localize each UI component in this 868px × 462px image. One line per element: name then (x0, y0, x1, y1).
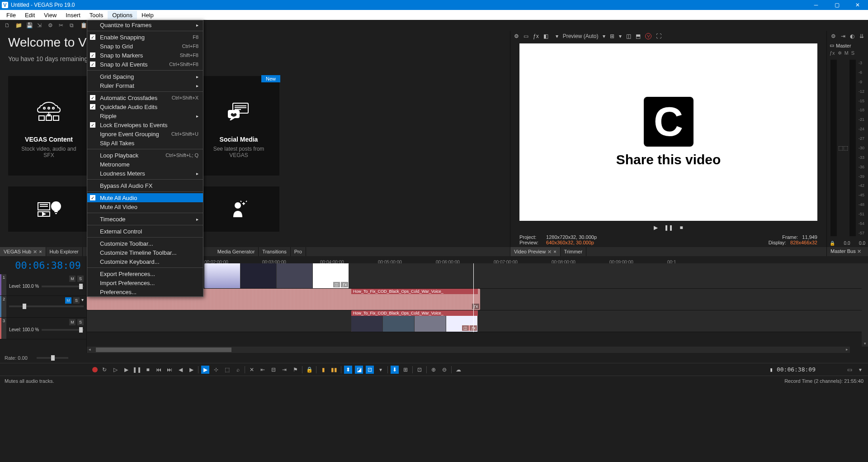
card-vegas-content[interactable]: VEGAS Content Stock video, audio and SFX (8, 76, 90, 176)
tab-master-bus[interactable]: Master Bus ⤫ (827, 247, 868, 256)
dim-icon[interactable]: ◐ (850, 33, 854, 39)
auto-ripple-icon[interactable]: ⬍ (344, 366, 352, 374)
menu-item[interactable]: Loop PlaybackCtrl+Shift+L; Q (87, 151, 203, 160)
menu-item[interactable]: Bypass All Audio FX (87, 181, 203, 190)
grid-icon[interactable]: ⊞ (401, 366, 410, 374)
card-tutorials[interactable] (8, 186, 90, 232)
mute-button[interactable]: M (844, 50, 849, 56)
solo-button[interactable]: S (851, 50, 854, 56)
record-button[interactable] (92, 367, 98, 372)
menu-item[interactable]: Ignore Event GroupingCtrl+Shift+U (87, 129, 203, 138)
video-clip[interactable]: ◫ƒx (204, 263, 349, 288)
delete-icon[interactable]: ✕ (248, 366, 256, 374)
enable-snap-icon[interactable]: ⬇ (391, 366, 399, 374)
lock-icon[interactable]: 🔒 (305, 366, 313, 374)
preview-video[interactable]: C Share this video (519, 43, 817, 221)
split-icon[interactable]: ⊟ (269, 366, 278, 374)
pause-icon[interactable]: ❚❚ (664, 224, 673, 231)
unused-icon[interactable]: ⊖ (440, 366, 448, 374)
snap2-icon[interactable]: ▮▮ (330, 366, 338, 374)
cut-icon[interactable]: ✂ (59, 22, 65, 29)
timeline-body[interactable]: 00:02:00:0000:03:00:0000:04:00:0000:05:0… (87, 256, 868, 353)
solo-button[interactable]: S (73, 297, 80, 304)
play-start-icon[interactable]: ▷ (111, 366, 119, 374)
preview-split-icon[interactable]: ◧ (543, 33, 548, 39)
tab-transitions[interactable]: Transitions (259, 247, 290, 256)
track-lane-1[interactable]: ◫ƒx (87, 263, 868, 289)
layout-icon[interactable]: ▭ (845, 366, 854, 374)
next-frame-icon[interactable]: ▶ (187, 366, 195, 374)
track-slider[interactable] (9, 305, 84, 307)
solo-button[interactable]: S (77, 276, 84, 282)
select-icon[interactable]: ⬚ (223, 366, 231, 374)
lock-icon[interactable]: 🔒 (830, 241, 835, 246)
menu-item[interactable]: External Control (87, 227, 203, 236)
go-start-icon[interactable]: ⏮ (155, 366, 163, 374)
menu-item[interactable]: ✓Quickfade Audio Edits (87, 102, 203, 111)
menu-item[interactable]: ✓Automatic CrossfadesCtrl+Shift+X (87, 93, 203, 102)
video-clip-2[interactable]: How_To_Fix_COD_Black_Ops_Cold_War_Voice_… (351, 310, 478, 332)
track-lane-3[interactable]: How_To_Fix_COD_Black_Ops_Cold_War_Voice_… (87, 310, 868, 332)
go-end-icon[interactable]: ⏭ (165, 366, 174, 374)
auto-crossfade-icon[interactable]: ◪ (355, 366, 363, 374)
card-media-generator[interactable] (198, 186, 279, 232)
menu-item[interactable]: Export Preferences... (87, 269, 203, 278)
pin-icon[interactable]: ⤫ (547, 249, 552, 255)
menu-item[interactable]: Ripple▸ (87, 111, 203, 120)
menu-view[interactable]: View (39, 11, 61, 19)
meter-link-icon[interactable]: ⬚⬚ (838, 60, 849, 236)
more-icon[interactable]: ▾ (377, 366, 385, 374)
chevron-down-icon[interactable]: ▾ (81, 297, 84, 304)
insert-icon[interactable]: ⇥ (841, 33, 845, 39)
menu-item[interactable]: ✓Mute All Audio (87, 193, 203, 202)
prev-frame-icon[interactable]: ◀ (176, 366, 184, 374)
master-fx-icon[interactable]: ƒx (830, 50, 835, 56)
trim-end-icon[interactable]: ⇥ (280, 366, 288, 374)
pause-icon[interactable]: ❚❚ (133, 366, 141, 374)
menu-item[interactable]: Mute All Video (87, 202, 203, 211)
preview-quality[interactable]: Preview (Auto) (563, 33, 599, 39)
menu-insert[interactable]: Insert (61, 11, 85, 19)
menu-item[interactable]: Quantize to Frames▸ (87, 20, 203, 29)
track-slider[interactable] (42, 329, 84, 331)
menu-item[interactable]: Customize Timeline Toolbar... (87, 248, 203, 257)
upload-icon[interactable]: ☁ (454, 366, 462, 374)
copy-icon[interactable]: ⧉ (70, 22, 76, 29)
tab-pro[interactable]: Pro (291, 247, 306, 256)
render-icon[interactable]: ⇲ (37, 22, 43, 29)
menu-item[interactable]: Loudness Meters▸ (87, 169, 203, 178)
menu-item[interactable]: ✓Snap to MarkersShift+F8 (87, 51, 203, 60)
tab-media-generator[interactable]: Media Generator (214, 247, 259, 256)
marker-icon[interactable]: ⚑ (291, 366, 299, 374)
mute-button[interactable]: M (65, 297, 71, 304)
menu-item[interactable]: Slip All Takes (87, 138, 203, 148)
menu-item[interactable]: Customize Toolbar... (87, 239, 203, 248)
gear-icon[interactable]: ⚙ (831, 33, 836, 39)
menu-item[interactable]: Timecode▸ (87, 214, 203, 224)
open-icon[interactable]: 📁 (15, 22, 22, 29)
menu-item[interactable]: ✓Enable SnappingF8 (87, 33, 203, 42)
stop-icon[interactable]: ■ (679, 224, 683, 231)
zoom-icon[interactable]: ⌕ (234, 366, 242, 374)
timeline-v-scrollbar[interactable]: ▾ (862, 267, 868, 347)
preview-props-icon[interactable]: ⚙ (514, 33, 519, 39)
menu-item[interactable]: Snap to GridCtrl+F8 (87, 42, 203, 51)
pin-icon[interactable]: ⤫ (33, 249, 37, 255)
close-icon[interactable]: × (39, 249, 42, 254)
menu-item[interactable]: Metronome (87, 160, 203, 169)
tab-vegas-hub[interactable]: VEGAS Hub ⤫ × (0, 247, 46, 256)
snap-icon[interactable]: ▮ (319, 366, 327, 374)
properties-icon[interactable]: ⚙ (48, 22, 54, 29)
menu-tools[interactable]: Tools (85, 11, 108, 19)
grid-icon[interactable]: ⊞ (610, 33, 614, 39)
maximize-button[interactable]: ▢ (826, 0, 847, 10)
rate-slider[interactable] (37, 357, 68, 359)
new-icon[interactable]: 🗋 (5, 22, 11, 29)
minimize-button[interactable]: ─ (806, 0, 826, 10)
menu-item[interactable]: ✓Snap to All EventsCtrl+Shift+F8 (87, 60, 203, 69)
master-automation-icon[interactable]: ✲ (838, 50, 842, 56)
timeline-h-scrollbar[interactable]: ◂ ▸ (87, 347, 850, 353)
add-missing-icon[interactable]: ⊕ (429, 366, 438, 374)
tab-video-preview[interactable]: Video Preview ⤫ × (510, 247, 561, 256)
preview-ext-icon[interactable]: ▭ (524, 33, 528, 39)
